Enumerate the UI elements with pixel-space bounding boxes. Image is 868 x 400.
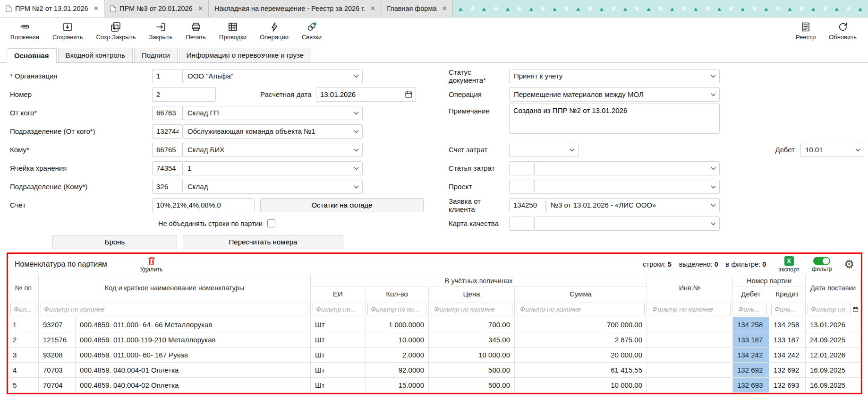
cell-num[interactable]: 1 bbox=[9, 317, 39, 332]
calc-date-value[interactable] bbox=[317, 90, 405, 98]
stock-remains-button[interactable]: Остатки на складе bbox=[260, 198, 424, 212]
cell-name[interactable]: 000.4859. 011.000-119-210 Металлорукав bbox=[76, 332, 311, 348]
calendar-icon[interactable] bbox=[852, 305, 859, 313]
quality-card-select[interactable] bbox=[534, 217, 720, 231]
cell-qty[interactable]: 92.0000 bbox=[366, 363, 429, 378]
cell-sum[interactable]: 700 000.00 bbox=[515, 317, 647, 332]
doc-tab-3[interactable]: Накладная на перемещение - Реестр за 202… bbox=[209, 0, 381, 17]
cell-date[interactable]: 16.09.2025 bbox=[806, 378, 861, 393]
header-price[interactable]: Цена bbox=[429, 287, 515, 301]
doc-tab-1[interactable]: ПРМ №2 от 13.01.2026 × bbox=[0, 0, 104, 17]
cell-unit[interactable]: Шт bbox=[311, 363, 366, 378]
header-credit[interactable]: Кредит bbox=[769, 287, 806, 301]
cell-price[interactable]: 500.00 bbox=[429, 363, 515, 378]
cell-inv[interactable] bbox=[647, 378, 733, 393]
close-icon[interactable]: × bbox=[94, 5, 98, 12]
save-button[interactable]: Сохранить bbox=[46, 20, 90, 43]
cell-qty[interactable]: 15.0000 bbox=[366, 378, 429, 393]
toggle-switch[interactable] bbox=[813, 257, 830, 265]
registry-button[interactable]: Реестр bbox=[789, 20, 822, 43]
cell-credit[interactable]: 134 242 bbox=[769, 348, 806, 363]
header-unit[interactable]: ЕИ bbox=[311, 287, 366, 301]
filter-date-input[interactable] bbox=[808, 303, 851, 315]
cell-num[interactable]: 3 bbox=[9, 348, 39, 363]
cost-account-select[interactable] bbox=[509, 143, 579, 157]
note-textarea[interactable]: Создано из ППР №2 от 13.01.2026 bbox=[509, 104, 720, 134]
tab-signatures[interactable]: Подписи bbox=[134, 48, 178, 62]
header-sum[interactable]: Сумма bbox=[515, 287, 647, 301]
cell-sum[interactable]: 61 415.55 bbox=[515, 363, 647, 378]
to-id-input[interactable] bbox=[152, 143, 183, 157]
cell-name[interactable]: 000.4859. 011.000- 64- 66 Металлорукав bbox=[76, 317, 311, 332]
table-row[interactable]: 193207000.4859. 011.000- 64- 66 Металлор… bbox=[9, 317, 861, 332]
close-icon[interactable]: × bbox=[198, 5, 203, 12]
close-icon[interactable]: × bbox=[371, 5, 375, 12]
cell-inv[interactable] bbox=[647, 363, 733, 378]
cell-price[interactable]: 10 000.00 bbox=[429, 348, 515, 363]
close-doc-button[interactable]: Закрыть bbox=[142, 20, 179, 43]
cell-code[interactable]: 93207 bbox=[39, 317, 76, 332]
cell-sum[interactable]: 10 000.00 bbox=[515, 378, 647, 393]
cell-sum[interactable]: 2 875.00 bbox=[515, 332, 647, 348]
cell-name[interactable]: 000.4859. 040.004-02 Оплетка bbox=[76, 378, 311, 393]
operation-select[interactable]: Перемещение материалов между МОЛ bbox=[509, 87, 720, 102]
number-input[interactable] bbox=[152, 87, 216, 102]
delete-row-button[interactable]: Удалить bbox=[140, 256, 163, 273]
tab-main[interactable]: Основная bbox=[7, 48, 57, 63]
filter-inv-input[interactable] bbox=[649, 303, 731, 315]
filter-num-input[interactable] bbox=[10, 303, 36, 315]
cell-code[interactable]: 93208 bbox=[39, 348, 76, 363]
from-select[interactable]: Склад ГП bbox=[183, 106, 363, 120]
export-button[interactable]: X экспорт bbox=[778, 256, 799, 273]
cell-code[interactable]: 70703 bbox=[39, 363, 76, 378]
cell-id-input[interactable] bbox=[152, 161, 183, 175]
cell-credit[interactable]: 134 258 bbox=[769, 317, 806, 332]
filter-unit-input[interactable] bbox=[313, 303, 363, 315]
project-select[interactable] bbox=[534, 180, 720, 194]
cell-qty[interactable]: 1 000.0000 bbox=[366, 317, 429, 332]
attachments-button[interactable]: Вложения bbox=[4, 20, 46, 43]
operations-button[interactable]: Операции bbox=[253, 20, 295, 43]
cell-price[interactable]: 345.00 bbox=[429, 332, 515, 348]
from-dept-id-input[interactable] bbox=[152, 124, 183, 139]
header-item[interactable]: Код и краткое наименование номенклатуры bbox=[39, 275, 311, 301]
header-num[interactable]: № пп bbox=[9, 275, 39, 301]
cell-debit[interactable]: 133 187 bbox=[733, 332, 769, 348]
to-dept-id-input[interactable] bbox=[152, 180, 183, 194]
cell-date[interactable]: 24.09.2025 bbox=[806, 332, 861, 348]
recalc-numbers-button[interactable]: Пересчитать номера bbox=[183, 235, 343, 249]
org-select[interactable]: ООО "Альфа" bbox=[183, 69, 363, 83]
cell-num[interactable]: 2 bbox=[9, 332, 39, 348]
from-id-input[interactable] bbox=[152, 106, 183, 120]
cell-credit[interactable]: 132 693 bbox=[769, 378, 806, 393]
cell-code[interactable]: 70704 bbox=[39, 378, 76, 393]
filter-toggle[interactable]: фильтр bbox=[812, 257, 832, 272]
calc-date-input[interactable] bbox=[316, 87, 416, 102]
account-input[interactable] bbox=[152, 198, 255, 212]
reserve-button[interactable]: Бронь bbox=[52, 235, 177, 249]
cell-name[interactable]: 000.4859. 040.004-01 Оплетка bbox=[76, 363, 311, 378]
cell-unit[interactable]: Шт bbox=[311, 317, 366, 332]
client-request-select[interactable]: №3 от 13.01.2026 - «ЛИС ООО» bbox=[546, 198, 720, 212]
refresh-button[interactable]: Обновить bbox=[822, 20, 863, 43]
cell-unit[interactable]: Шт bbox=[311, 348, 366, 363]
table-row[interactable]: 470703000.4859. 040.004-01 ОплеткаШт92.0… bbox=[9, 363, 861, 378]
cell-qty[interactable]: 2.0000 bbox=[366, 348, 429, 363]
print-button[interactable]: Печать bbox=[179, 20, 213, 43]
gear-icon[interactable]: ⚙ bbox=[844, 259, 854, 270]
cell-debit[interactable]: 134 258 bbox=[733, 317, 769, 332]
save-close-button[interactable]: Сохр.Закрыть bbox=[90, 20, 143, 43]
filter-sum-input[interactable] bbox=[517, 303, 645, 315]
tab-carrier-info[interactable]: Информация о перевозчике и грузе bbox=[179, 48, 311, 62]
cell-inv[interactable] bbox=[647, 348, 733, 363]
to-dept-select[interactable]: Склад bbox=[183, 180, 363, 194]
table-row[interactable]: 570704000.4859. 040.004-02 ОплеткаШт15.0… bbox=[9, 378, 861, 393]
calendar-icon[interactable] bbox=[405, 90, 413, 98]
client-request-id-input[interactable] bbox=[509, 198, 546, 212]
doc-tab-2[interactable]: ПРМ №3 от 20.01.2026 × bbox=[104, 0, 209, 17]
cell-debit[interactable]: 132 692 bbox=[733, 363, 769, 378]
links-button[interactable]: Связки bbox=[295, 20, 328, 43]
cell-inv[interactable] bbox=[647, 317, 733, 332]
debit-select[interactable]: 10.01 bbox=[800, 143, 864, 157]
no-merge-checkbox[interactable] bbox=[267, 219, 275, 227]
